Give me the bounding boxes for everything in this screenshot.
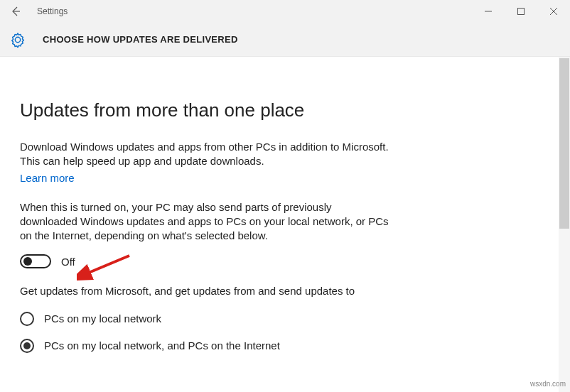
radio-label: PCs on my local network bbox=[44, 312, 161, 325]
maximize-button[interactable] bbox=[505, 0, 537, 23]
learn-more-link[interactable]: Learn more bbox=[20, 172, 75, 184]
titlebar: Settings bbox=[0, 0, 570, 23]
content-area: Updates from more than one place Downloa… bbox=[0, 57, 570, 392]
radio-label: PCs on my local network, and PCs on the … bbox=[44, 339, 280, 352]
minimize-button[interactable] bbox=[472, 0, 505, 23]
radio-circle-icon bbox=[20, 339, 34, 353]
scrollbar[interactable] bbox=[559, 57, 570, 392]
radio-option-local[interactable]: PCs on my local network bbox=[20, 312, 550, 326]
minimize-icon bbox=[485, 8, 492, 15]
radio-group-intro: Get updates from Microsoft, and get upda… bbox=[20, 284, 389, 298]
close-button[interactable] bbox=[537, 0, 570, 23]
toggle-row: Off bbox=[20, 254, 550, 268]
toggle-description: When this is turned on, your PC may also… bbox=[20, 200, 389, 244]
window-title: Settings bbox=[37, 6, 68, 16]
back-button[interactable] bbox=[0, 0, 31, 23]
radio-option-internet[interactable]: PCs on my local network, and PCs on the … bbox=[20, 339, 550, 353]
svg-rect-0 bbox=[518, 9, 525, 15]
delivery-toggle[interactable] bbox=[20, 254, 51, 268]
maximize-icon bbox=[517, 8, 525, 15]
scrollbar-thumb[interactable] bbox=[559, 58, 569, 229]
toggle-knob bbox=[23, 257, 32, 266]
header-bar: CHOOSE HOW UPDATES ARE DELIVERED bbox=[0, 23, 570, 57]
page-header-title: CHOOSE HOW UPDATES ARE DELIVERED bbox=[43, 34, 238, 45]
page-heading: Updates from more than one place bbox=[20, 99, 550, 121]
radio-circle-icon bbox=[20, 312, 34, 326]
toggle-state-label: Off bbox=[61, 256, 75, 268]
back-arrow-icon bbox=[10, 6, 21, 17]
close-icon bbox=[550, 8, 557, 15]
watermark: wsxdn.com bbox=[530, 380, 566, 388]
gear-icon bbox=[10, 32, 26, 48]
intro-text: Download Windows updates and apps from o… bbox=[20, 140, 389, 169]
window-controls bbox=[472, 0, 570, 23]
